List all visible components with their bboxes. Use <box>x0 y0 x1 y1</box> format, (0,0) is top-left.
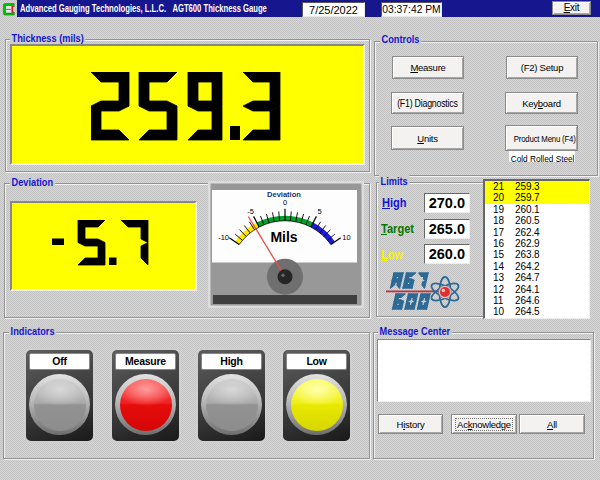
svg-text:-10: -10 <box>218 233 229 242</box>
svg-text:5: 5 <box>317 207 321 216</box>
svg-text:0: 0 <box>283 198 287 207</box>
svg-text:-5: -5 <box>247 207 254 216</box>
svg-text:10: 10 <box>342 233 350 242</box>
svg-text:Mils: Mils <box>270 229 297 245</box>
